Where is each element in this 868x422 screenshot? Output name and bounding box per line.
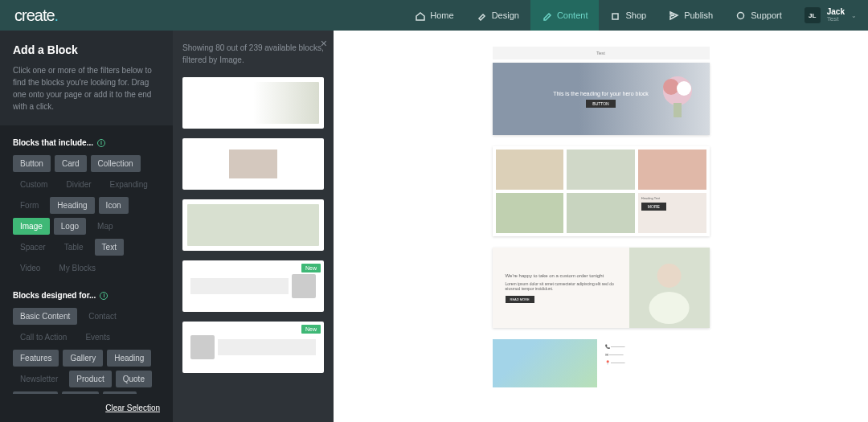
add-block-panel: × Add a Block Click one or more of the f…	[0, 31, 334, 422]
block-thumbnails[interactable]: Showing 80 out of 239 available blocks, …	[173, 31, 334, 422]
block-thumb[interactable]: New	[182, 322, 324, 373]
nav-design[interactable]: Design	[465, 0, 530, 31]
designed-chips: Basic ContentContactCall to ActionEvents…	[13, 308, 160, 394]
filter-chip-gallery[interactable]: Gallery	[63, 350, 103, 367]
gallery-text: Heading TextMORE	[638, 193, 706, 233]
filter-chip-expanding[interactable]: Expanding	[103, 176, 155, 193]
bag-icon	[610, 10, 620, 21]
panel-title: Add a Block	[13, 43, 160, 56]
brand-logo: create.	[0, 6, 72, 25]
chevron-down-icon: ⌄	[851, 12, 857, 19]
filter-chip-events[interactable]: Events	[78, 329, 117, 346]
filter-chip-button[interactable]: Button	[13, 155, 51, 172]
filter-chip-my-blocks[interactable]: My Blocks	[51, 260, 103, 277]
filter-chip-collection[interactable]: Collection	[91, 155, 141, 172]
filters-column: Add a Block Click one or more of the fil…	[0, 31, 173, 422]
filter-chip-call-to-action[interactable]: Call to Action	[13, 329, 74, 346]
panel-desc: Click one or more of the filters below t…	[13, 64, 160, 113]
info-icon[interactable]: i	[97, 139, 105, 147]
top-bar: create. Home Design Content Shop Publish…	[0, 0, 868, 31]
map-image	[493, 339, 597, 387]
filter-chip-custom[interactable]: Custom	[13, 176, 55, 193]
svg-point-3	[663, 79, 679, 95]
home-icon	[415, 10, 425, 21]
brush-icon	[477, 10, 487, 21]
nav-home[interactable]: Home	[403, 0, 465, 31]
quote-button[interactable]: READ MORE	[506, 296, 534, 303]
filter-chip-product[interactable]: Product	[69, 371, 111, 387]
info-icon[interactable]: i	[100, 292, 108, 300]
filter-chip-divider[interactable]: Divider	[59, 176, 98, 193]
block-thumb[interactable]: New	[182, 260, 324, 312]
hero-text: This is the heading for your hero block …	[553, 91, 649, 108]
new-badge: New	[301, 264, 321, 272]
designed-heading: Blocks designed for...i	[13, 291, 160, 300]
include-heading: Blocks that include...i	[13, 138, 160, 147]
user-menu[interactable]: JL Jack Test ⌄	[793, 0, 868, 31]
filter-chip-map[interactable]: Map	[90, 218, 120, 235]
svg-point-4	[677, 81, 691, 96]
svg-point-8	[649, 292, 690, 324]
filter-chip-heading[interactable]: Heading	[50, 197, 94, 214]
lifebuoy-icon	[735, 10, 746, 21]
filter-chip-icon[interactable]: Icon	[99, 197, 129, 214]
clear-selection-link[interactable]: Clear Selection	[0, 394, 173, 422]
avatar: JL	[805, 7, 821, 23]
new-badge: New	[301, 325, 321, 334]
close-icon[interactable]: ×	[321, 37, 327, 50]
contact-info: 📞 ─────✉ ─────📍 ─────	[605, 339, 710, 387]
filter-chip-table[interactable]: Table	[57, 239, 91, 256]
preview-tab: Test	[493, 47, 710, 59]
block-thumb[interactable]	[182, 199, 324, 251]
send-icon	[669, 10, 679, 21]
nav-content[interactable]: Content	[530, 0, 600, 31]
nav-publish[interactable]: Publish	[657, 0, 724, 31]
flower-image	[653, 71, 702, 119]
svg-point-7	[657, 264, 682, 288]
filter-chip-text[interactable]: Text	[95, 239, 124, 256]
filter-chip-video[interactable]: Video	[13, 260, 47, 277]
quote-text: We're happy to take on a custom order to…	[493, 248, 630, 328]
svg-point-1	[738, 12, 744, 18]
map-contact-block[interactable]: 📞 ─────✉ ─────📍 ─────	[493, 339, 710, 387]
svg-rect-5	[674, 103, 682, 117]
include-chips: ButtonCardCollectionCustomDividerExpandi…	[13, 155, 160, 277]
filter-chip-contact[interactable]: Contact	[81, 308, 123, 325]
filter-chip-heading[interactable]: Heading	[107, 350, 151, 367]
svg-rect-0	[612, 14, 618, 19]
main-nav: Home Design Content Shop Publish Support…	[403, 0, 868, 31]
user-text: Jack Test	[827, 7, 845, 23]
filter-chip-image[interactable]: Image	[13, 218, 50, 235]
quote-block[interactable]: We're happy to take on a custom order to…	[493, 248, 710, 328]
page-preview[interactable]: Test This is the heading for your hero b…	[334, 31, 868, 422]
edit-icon	[542, 10, 552, 21]
gallery-block[interactable]: Heading TextMORE	[493, 146, 710, 236]
results-text: Showing 80 out of 239 available blocks, …	[182, 42, 324, 66]
block-thumb[interactable]	[182, 77, 324, 129]
hero-button[interactable]: BUTTON	[586, 100, 615, 108]
filter-chip-features[interactable]: Features	[13, 350, 59, 367]
filter-chip-newsletter[interactable]: Newsletter	[13, 371, 65, 387]
nav-shop[interactable]: Shop	[599, 0, 657, 31]
filter-chip-logo[interactable]: Logo	[54, 218, 86, 235]
nav-support[interactable]: Support	[724, 0, 793, 31]
block-thumb[interactable]	[182, 138, 324, 190]
quote-image	[629, 248, 709, 328]
filter-chip-form[interactable]: Form	[13, 197, 46, 214]
filter-chip-quote[interactable]: Quote	[116, 371, 152, 387]
filter-chip-basic-content[interactable]: Basic Content	[13, 308, 77, 325]
filter-chip-card[interactable]: Card	[55, 155, 87, 172]
filter-chip-spacer[interactable]: Spacer	[13, 239, 53, 256]
hero-block[interactable]: This is the heading for your hero block …	[493, 63, 710, 135]
